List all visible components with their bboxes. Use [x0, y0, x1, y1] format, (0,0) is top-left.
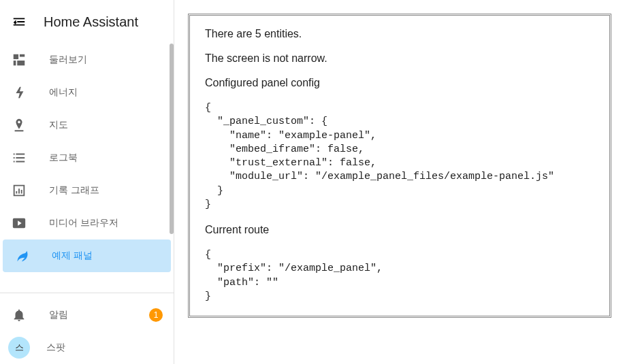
sidebar-item-label: 기록 그래프 [49, 184, 99, 197]
sidebar-item-media[interactable]: 미디어 브라우저 [0, 207, 174, 239]
chart-icon [11, 182, 27, 199]
media-icon [11, 215, 27, 231]
entity-count-text: There are 5 entities. [205, 28, 594, 40]
sidebar: Home Assistant 둘러보기 에너지 지도 로그북 [0, 0, 174, 364]
config-json: { "_panel_custom": { "name": "example-pa… [205, 101, 594, 212]
notifications-label: 알림 [49, 309, 68, 321]
avatar: 스 [8, 337, 30, 359]
sidebar-item-label: 지도 [49, 119, 68, 131]
sidebar-item-map[interactable]: 지도 [0, 109, 174, 142]
main-content: There are 5 entities. The screen is not … [174, 0, 625, 364]
hamburger-back-icon [12, 14, 27, 29]
config-heading: Configured panel config [205, 77, 594, 89]
menu-toggle-button[interactable] [11, 14, 27, 30]
sidebar-nav: 둘러보기 에너지 지도 로그북 기록 그래프 [0, 44, 174, 293]
sidebar-item-logbook[interactable]: 로그북 [0, 142, 174, 174]
sidebar-bottom: 알림 1 스 스팟 [0, 293, 174, 364]
map-icon [11, 117, 27, 133]
sidebar-item-history[interactable]: 기록 그래프 [0, 174, 174, 207]
sidebar-item-label: 예제 패널 [52, 250, 93, 262]
sidebar-item-example-panel[interactable]: 예제 패널 [3, 239, 171, 272]
sidebar-item-label: 둘러보기 [49, 54, 87, 66]
dashboard-icon [11, 52, 27, 68]
bolt-icon [11, 84, 27, 101]
sidebar-item-label: 로그북 [49, 152, 78, 164]
scrollbar-thumb[interactable] [170, 44, 174, 234]
sidebar-scrollbar[interactable] [170, 44, 174, 268]
notifications-badge: 1 [149, 308, 163, 322]
notifications-button[interactable]: 알림 1 [0, 299, 174, 331]
bell-icon [11, 307, 27, 323]
sidebar-header: Home Assistant [0, 0, 174, 44]
sidebar-item-label: 미디어 브라우저 [49, 217, 118, 229]
narrow-text: The screen is not narrow. [205, 52, 594, 65]
sidebar-item-energy[interactable]: 에너지 [0, 76, 174, 109]
user-profile-button[interactable]: 스 스팟 [0, 331, 174, 364]
leaf-icon [14, 248, 30, 264]
example-panel-content: There are 5 entities. The screen is not … [188, 14, 611, 318]
user-label: 스팟 [46, 342, 65, 354]
sidebar-item-label: 에너지 [49, 86, 78, 99]
app-title: Home Assistant [44, 14, 138, 30]
route-heading: Current route [205, 224, 594, 236]
list-icon [11, 150, 27, 166]
sidebar-item-overview[interactable]: 둘러보기 [0, 44, 174, 76]
route-json: { "prefix": "/example_panel", "path": ""… [205, 248, 594, 303]
